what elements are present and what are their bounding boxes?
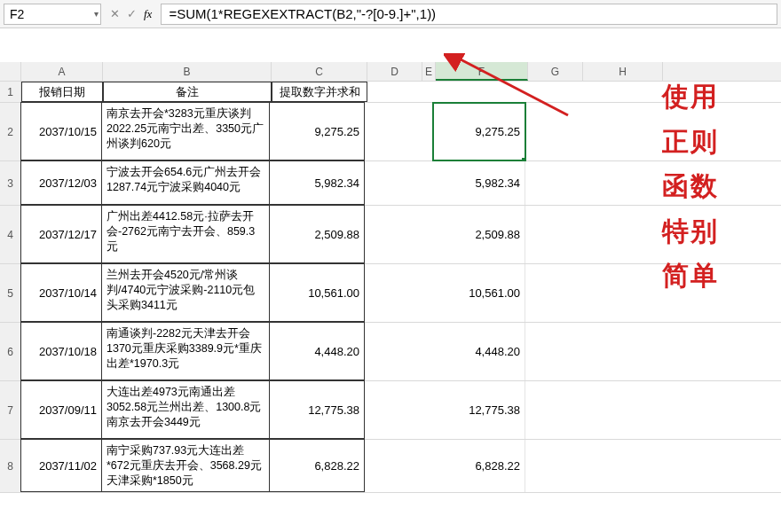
- cell-result-c[interactable]: 6,828.22: [269, 439, 365, 492]
- cell-empty[interactable]: [365, 206, 420, 263]
- cell-result-c[interactable]: 2,509.88: [269, 205, 365, 263]
- cell-empty[interactable]: [580, 440, 660, 492]
- cell-empty[interactable]: [525, 381, 580, 439]
- cell-empty[interactable]: [365, 381, 420, 439]
- col-header-H[interactable]: H: [583, 62, 663, 81]
- cell-note[interactable]: 广州出差4412.58元·拉萨去开会-2762元南宁去开会、859.3元: [101, 205, 270, 263]
- header-date[interactable]: 报销日期: [21, 82, 103, 102]
- cell-result-c[interactable]: 5,982.34: [269, 160, 365, 205]
- row-header[interactable]: 3: [0, 161, 21, 205]
- cell-empty[interactable]: [580, 264, 660, 322]
- cell-date[interactable]: 2037/09/11: [20, 380, 102, 439]
- cell-empty[interactable]: [365, 323, 420, 380]
- fx-icon[interactable]: fx: [144, 7, 152, 21]
- cell-empty[interactable]: [525, 323, 580, 380]
- table-row: 62037/10/18南通谈判-2282元天津去开会1370元重庆采购3389.…: [0, 323, 781, 381]
- name-box[interactable]: F2 ▾: [4, 4, 101, 25]
- cell-note[interactable]: 南通谈判-2282元天津去开会1370元重庆采购3389.9元*重庆出差*197…: [101, 322, 270, 380]
- cell-empty[interactable]: [420, 381, 433, 439]
- formula-toolbar: F2 ▾ ✕ ✓ fx =SUM(1*REGEXEXTRACT(B2,"-?[0…: [0, 0, 781, 28]
- cell-date[interactable]: 2037/10/14: [20, 263, 102, 322]
- cell-empty[interactable]: [365, 161, 420, 205]
- cell-date[interactable]: 2037/11/02: [20, 439, 102, 492]
- cell-note[interactable]: 南京去开会*3283元重庆谈判2022.25元南宁出差、3350元广州谈判620…: [101, 102, 270, 160]
- row-header[interactable]: 7: [0, 381, 21, 439]
- confirm-icon[interactable]: ✓: [127, 7, 137, 20]
- cell-date[interactable]: 2037/10/18: [20, 322, 102, 380]
- cell-D1[interactable]: [367, 82, 422, 102]
- cell-date[interactable]: 2037/12/17: [20, 205, 102, 263]
- annotation-text: 使用 正则 函数 特别 简单: [662, 82, 719, 292]
- cell-result-c[interactable]: 10,561.00: [269, 263, 365, 322]
- cell-empty[interactable]: [580, 161, 660, 205]
- formula-text: =SUM(1*REGEXEXTRACT(B2,"-?[0-9.]+",1)): [169, 6, 436, 21]
- col-header-B[interactable]: B: [103, 62, 272, 81]
- cell-note[interactable]: 大连出差4973元南通出差3052.58元兰州出差、1300.8元南京去开会34…: [101, 380, 270, 439]
- column-headers: A B C D E F G H: [0, 62, 781, 82]
- cell-date[interactable]: 2037/12/03: [20, 160, 102, 205]
- col-header-F[interactable]: F: [436, 62, 528, 81]
- cell-result-f[interactable]: 4,448.20: [433, 323, 525, 380]
- cell-E1[interactable]: [422, 82, 436, 102]
- cell-empty[interactable]: [420, 206, 433, 263]
- cell-note[interactable]: 宁波去开会654.6元广州去开会1287.74元宁波采购4040元: [101, 160, 270, 205]
- cell-empty[interactable]: [420, 440, 433, 492]
- cell-empty[interactable]: [420, 323, 433, 380]
- col-header-C[interactable]: C: [272, 62, 367, 81]
- chevron-down-icon[interactable]: ▾: [94, 9, 99, 19]
- header-result[interactable]: 提取数字并求和: [272, 82, 367, 102]
- cell-H1[interactable]: [583, 82, 663, 102]
- cell-empty[interactable]: [420, 103, 433, 160]
- cell-empty[interactable]: [420, 161, 433, 205]
- name-box-value: F2: [10, 7, 24, 21]
- cell-result-f[interactable]: 10,561.00: [433, 264, 525, 322]
- annotation-line-5: 简单: [662, 261, 719, 292]
- cell-empty[interactable]: [525, 206, 580, 263]
- cell-result-c[interactable]: 9,275.25: [269, 102, 365, 160]
- row-header[interactable]: 2: [0, 103, 21, 160]
- cell-result-f[interactable]: 2,509.88: [433, 206, 525, 263]
- cell-result-c[interactable]: 12,775.38: [269, 380, 365, 439]
- cell-empty[interactable]: [365, 264, 420, 322]
- annotation-line-3: 函数: [662, 171, 719, 202]
- cell-result-f[interactable]: 6,828.22: [433, 440, 525, 492]
- col-header-G[interactable]: G: [528, 62, 583, 81]
- row-header[interactable]: 5: [0, 264, 21, 322]
- cell-F1[interactable]: [436, 82, 528, 102]
- col-header-E[interactable]: E: [422, 62, 436, 81]
- col-header-A[interactable]: A: [21, 62, 103, 81]
- cell-G1[interactable]: [528, 82, 583, 102]
- cell-date[interactable]: 2037/10/15: [20, 102, 102, 160]
- cell-empty[interactable]: [580, 381, 660, 439]
- cell-empty[interactable]: [525, 103, 580, 160]
- cell-empty[interactable]: [580, 206, 660, 263]
- cell-empty[interactable]: [525, 440, 580, 492]
- selected-cell[interactable]: 9,275.25: [433, 103, 525, 160]
- cell-result-f[interactable]: 12,775.38: [433, 381, 525, 439]
- cell-note[interactable]: 南宁采购737.93元大连出差*672元重庆去开会、3568.29元天津采购*1…: [101, 439, 270, 492]
- annotation-line-2: 正则: [662, 127, 719, 158]
- table-row: 72037/09/11大连出差4973元南通出差3052.58元兰州出差、130…: [0, 381, 781, 440]
- row-header[interactable]: 4: [0, 206, 21, 263]
- row-header[interactable]: 8: [0, 440, 21, 492]
- col-header-D[interactable]: D: [367, 62, 422, 81]
- cell-empty[interactable]: [525, 161, 580, 205]
- cell-empty[interactable]: [525, 264, 580, 322]
- cell-empty[interactable]: [365, 440, 420, 492]
- cell-result-f[interactable]: 5,982.34: [433, 161, 525, 205]
- cancel-icon[interactable]: ✕: [110, 7, 120, 20]
- cell-empty[interactable]: [580, 323, 660, 380]
- cell-empty[interactable]: [365, 103, 420, 160]
- cell-empty[interactable]: [420, 264, 433, 322]
- cell-note[interactable]: 兰州去开会4520元/常州谈判/4740元宁波采购-2110元包头采购3411元: [101, 263, 270, 322]
- cell-empty[interactable]: [580, 103, 660, 160]
- select-all-corner[interactable]: [0, 62, 21, 81]
- cell-result-c[interactable]: 4,448.20: [269, 322, 365, 380]
- table-row: 82037/11/02南宁采购737.93元大连出差*672元重庆去开会、356…: [0, 440, 781, 493]
- formula-icon-group: ✕ ✓ fx: [106, 7, 155, 21]
- row-header-1[interactable]: 1: [0, 82, 21, 102]
- header-note[interactable]: 备注: [103, 82, 272, 102]
- formula-bar[interactable]: =SUM(1*REGEXEXTRACT(B2,"-?[0-9.]+",1)): [161, 4, 777, 25]
- annotation-line-1: 使用: [662, 82, 719, 113]
- row-header[interactable]: 6: [0, 323, 21, 380]
